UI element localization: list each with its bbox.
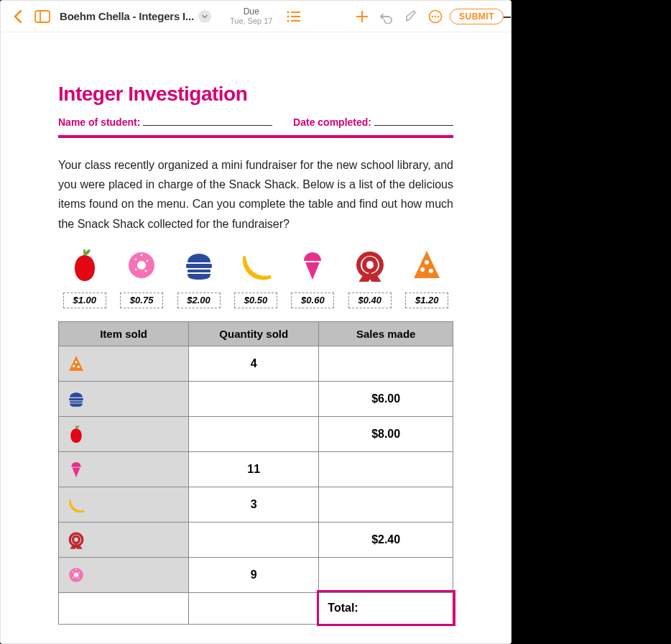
total-blank-2 <box>189 592 319 624</box>
header-sales: Sales made <box>319 321 453 346</box>
page-title: Integer Investigation <box>58 83 453 106</box>
apple-icon <box>68 248 102 282</box>
callout-line <box>504 17 512 18</box>
sidebar-toggle-icon[interactable] <box>32 6 52 27</box>
qty-cell[interactable]: 11 <box>189 451 319 487</box>
document-title-block[interactable]: Boehm Chella - Integers I... <box>60 10 211 23</box>
qty-cell[interactable] <box>189 381 319 416</box>
item-cell-pizza <box>59 346 189 381</box>
donut-icon <box>124 248 159 282</box>
table-row: $8.00 <box>59 416 453 451</box>
price-row: $1.00 $0.75 $2.00 $0.50 $0.60 $0.40 $1.2… <box>58 248 453 308</box>
table-row: 3 <box>59 487 453 522</box>
brush-icon[interactable] <box>401 6 421 27</box>
qty-cell[interactable]: 3 <box>189 487 319 522</box>
sales-cell[interactable]: $2.40 <box>319 522 453 557</box>
chevron-down-icon[interactable] <box>198 10 211 23</box>
price-pretzel: $0.40 <box>348 293 392 308</box>
due-label: Due <box>244 7 259 17</box>
due-block: Due Tue, Sep 17 <box>230 7 273 25</box>
svg-point-24 <box>432 15 433 17</box>
sales-cell[interactable]: $8.00 <box>319 416 453 451</box>
list-icon[interactable] <box>284 6 304 27</box>
item-cell-donut <box>59 557 189 592</box>
icecream-icon <box>295 248 330 282</box>
table-row: 11 <box>59 451 453 487</box>
banana-icon <box>239 248 273 282</box>
item-cell-banana <box>59 487 189 522</box>
sales-cell[interactable] <box>319 346 453 381</box>
price-apple: $1.00 <box>63 293 106 308</box>
qty-cell[interactable] <box>189 522 319 557</box>
undo-icon[interactable] <box>376 6 397 27</box>
header-qty: Quantity sold <box>189 321 319 346</box>
table-row: $2.40 <box>59 522 453 557</box>
worksheet-page: Integer Investigation Name of student: D… <box>1 32 511 644</box>
form-line: Name of student: Date completed: <box>58 116 453 128</box>
item-cell-pretzel <box>59 522 189 557</box>
due-date: Tue, Sep 17 <box>230 17 273 25</box>
price-banana: $0.50 <box>234 293 277 308</box>
price-icecream: $0.60 <box>291 293 334 308</box>
svg-point-25 <box>435 15 436 17</box>
sales-cell[interactable]: $6.00 <box>319 381 453 416</box>
table-row: 4 <box>59 346 453 381</box>
sales-table: Item sold Quantity sold Sales made 4$6.0… <box>58 321 453 625</box>
name-label: Name of student: <box>58 116 140 128</box>
burger-icon <box>182 248 216 282</box>
svg-point-26 <box>438 15 439 17</box>
submit-button[interactable]: SUBMIT <box>450 9 504 24</box>
svg-point-17 <box>287 15 290 17</box>
document-title: Boehm Chella - Integers I... <box>60 10 194 22</box>
price-pizza: $1.20 <box>405 293 448 308</box>
total-cell[interactable]: Total: <box>319 592 453 624</box>
sales-cell[interactable] <box>319 451 453 487</box>
pizza-icon <box>409 248 444 282</box>
svg-point-19 <box>287 19 290 22</box>
svg-rect-13 <box>35 11 50 22</box>
intro-text: Your class recently organized a mini fun… <box>58 155 453 234</box>
sales-cell[interactable] <box>319 557 453 592</box>
date-blank[interactable] <box>374 116 453 126</box>
price-donut: $0.75 <box>120 293 163 308</box>
item-cell-icecream <box>59 451 189 487</box>
item-cell-apple <box>59 416 189 451</box>
qty-cell[interactable]: 4 <box>189 346 319 381</box>
toolbar: Boehm Chella - Integers I... Due Tue, Se… <box>1 1 511 32</box>
table-row: $6.00 <box>59 381 453 416</box>
total-blank-1 <box>59 592 189 624</box>
divider <box>58 135 453 138</box>
app-window: Boehm Chella - Integers I... Due Tue, Se… <box>0 0 512 644</box>
qty-cell[interactable]: 9 <box>189 557 319 592</box>
item-cell-burger <box>59 381 189 416</box>
back-button[interactable] <box>8 6 28 27</box>
qty-cell[interactable] <box>189 416 319 451</box>
header-item: Item sold <box>59 321 189 346</box>
more-icon[interactable] <box>425 6 445 27</box>
price-burger: $2.00 <box>177 293 221 308</box>
date-label: Date completed: <box>293 116 371 128</box>
plus-icon[interactable] <box>352 6 372 27</box>
table-row: 9 <box>59 557 453 592</box>
pretzel-icon <box>353 248 387 282</box>
svg-point-15 <box>287 11 290 13</box>
sales-cell[interactable] <box>319 487 453 522</box>
name-blank[interactable] <box>143 116 272 126</box>
